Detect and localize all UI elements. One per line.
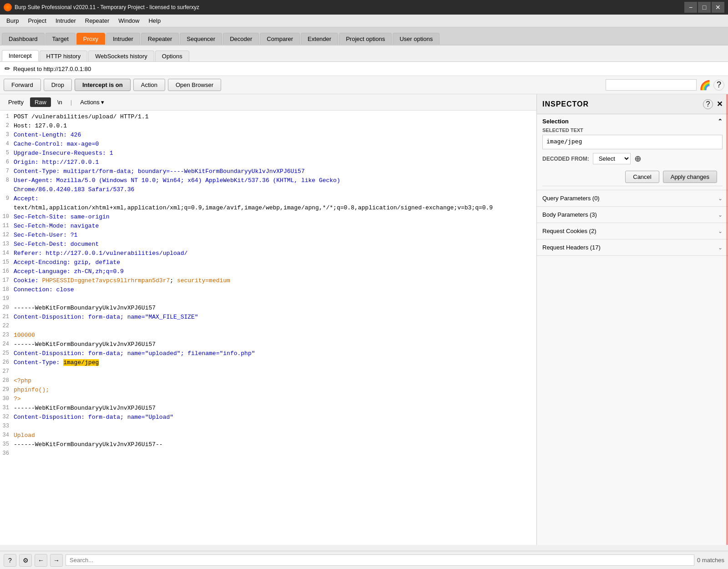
menu-project[interactable]: Project [23, 16, 51, 25]
minimize-button[interactable]: − [684, 2, 697, 13]
intercept-toggle-button[interactable]: Intercept is on [75, 79, 131, 91]
editor-tab-pretty[interactable]: Pretty [4, 97, 28, 107]
request-cookies-section: Request Cookies (2) ⌄ [537, 223, 728, 239]
code-line-8b: Chrome/86.0.4240.183 Safari/537.36 [0, 185, 536, 194]
main-tabs: Dashboard Target Proxy Intruder Repeater… [0, 27, 728, 46]
request-headers-section: Request Headers (17) ⌄ [537, 239, 728, 256]
subtab-intercept[interactable]: Intercept [2, 50, 39, 61]
inspector-panel: INSPECTOR ? ✕ Selection ⌃ SELECTED TEXT … [537, 94, 728, 545]
apply-changes-button[interactable]: Apply changes [663, 171, 717, 183]
inspector-actions: Cancel Apply changes [542, 168, 723, 186]
code-line-5: 5Upgrade-Insecure-Requests: 1 [0, 149, 536, 158]
code-area[interactable]: 1POST /vulnerabilities/upload/ HTTP/1.1 … [0, 111, 536, 545]
body-params-label: Body Parameters (3) [542, 211, 597, 218]
menu-burp[interactable]: Burp [2, 16, 23, 25]
menu-intruder[interactable]: Intruder [51, 16, 81, 25]
tab-proxy[interactable]: Proxy [76, 33, 105, 45]
titlebar: Burp Suite Professional v2020.11 - Tempo… [0, 0, 728, 15]
menu-window[interactable]: Window [114, 16, 144, 25]
request-headers-header[interactable]: Request Headers (17) ⌄ [537, 239, 728, 255]
sub-tabs: Intercept HTTP history WebSockets histor… [0, 46, 728, 62]
action-button[interactable]: Action [133, 79, 165, 91]
code-line-36: 36 [0, 449, 536, 458]
code-line-7: 7Content-Type: multipart/form-data; boun… [0, 167, 536, 176]
request-headers-label: Request Headers (17) [542, 244, 601, 251]
tab-intruder[interactable]: Intruder [106, 33, 140, 45]
tab-repeater[interactable]: Repeater [141, 33, 179, 45]
burp-logo [4, 3, 12, 11]
request-url: Request to http://127.0.0.1:80 [13, 66, 91, 72]
decoded-select[interactable]: Select Base64 URL HTML [593, 153, 631, 164]
tab-sequencer[interactable]: Sequencer [180, 33, 222, 45]
code-line-16: 16Accept-Language: zh-CN,zh;q=0.9 [0, 267, 536, 276]
open-browser-button[interactable]: Open Browser [168, 79, 221, 91]
subtab-websockets[interactable]: WebSockets history [88, 51, 154, 61]
window-title: Burp Suite Professional v2020.11 - Tempo… [15, 4, 199, 10]
tab-project-options[interactable]: Project options [339, 33, 392, 45]
help-status-icon[interactable]: ? [4, 554, 16, 567]
close-button[interactable]: ✕ [712, 2, 724, 13]
subtab-options[interactable]: Options [155, 51, 189, 61]
code-line-33: 33 [0, 422, 536, 431]
tab-decoder[interactable]: Decoder [223, 33, 259, 45]
color-icon: 🌈 [699, 80, 711, 91]
code-line-18: 18Connection: close [0, 285, 536, 295]
body-params-chevron: ⌄ [718, 212, 723, 218]
decoded-label: DECODED FROM: [542, 156, 589, 162]
code-line-34: 34Upload [0, 431, 536, 440]
query-params-chevron: ⌄ [718, 195, 723, 202]
code-line-21: 21Content-Disposition: form-data; name="… [0, 313, 536, 322]
right-accent [726, 94, 728, 545]
search-input[interactable] [606, 79, 697, 91]
menu-help[interactable]: Help [144, 16, 165, 25]
request-headers-chevron: ⌄ [718, 244, 723, 251]
tab-target[interactable]: Target [46, 33, 76, 45]
maximize-button[interactable]: □ [698, 2, 711, 13]
back-button[interactable]: ← [35, 554, 47, 567]
request-cookies-header[interactable]: Request Cookies (2) ⌄ [537, 223, 728, 239]
request-cookies-label: Request Cookies (2) [542, 228, 597, 234]
tab-dashboard[interactable]: Dashboard [2, 33, 45, 45]
add-decode-icon[interactable]: ⊕ [634, 154, 641, 164]
tab-extender[interactable]: Extender [301, 33, 338, 45]
code-line-35: 35------WebKitFormBoundaryyUklvJnvXPJ6Ui… [0, 440, 536, 449]
cancel-button[interactable]: Cancel [625, 171, 659, 183]
editor-tab-raw[interactable]: Raw [30, 97, 51, 107]
help-icon[interactable]: ? [713, 80, 724, 91]
editor-tab-actions[interactable]: Actions ▾ [76, 97, 109, 107]
code-line-31: 31------WebKitFormBoundaryyUklvJnvXPJ6Ui… [0, 404, 536, 413]
drop-button[interactable]: Drop [44, 79, 72, 91]
code-line-6: 6Origin: http://127.0.0.1 [0, 158, 536, 167]
code-line-17: 17Cookie: PHPSESSID=ggnet7avpcs9llrhrmpa… [0, 276, 536, 285]
request-bar: ✏ Request to http://127.0.0.1:80 [0, 62, 728, 76]
code-line-15: 15Accept-Encoding: gzip, deflate [0, 258, 536, 267]
selected-text-label: SELECTED TEXT [542, 127, 723, 133]
editor-panel: Pretty Raw \n | Actions ▾ 1POST /vulnera… [0, 94, 537, 545]
code-line-19: 19 [0, 295, 536, 304]
menu-repeater[interactable]: Repeater [81, 16, 114, 25]
code-line-8: 8User-Agent: Mozilla/5.0 (Windows NT 10.… [0, 176, 536, 185]
query-params-label: Query Parameters (0) [542, 195, 600, 202]
code-line-30: 30?> [0, 395, 536, 404]
subtab-http-history[interactable]: HTTP history [40, 51, 88, 61]
code-line-29: 29phpinfo(); [0, 386, 536, 395]
code-line-14: 14Referer: http://127.0.0.1/vulnerabilit… [0, 249, 536, 258]
statusbar: ? ⚙ ← → 0 matches [0, 551, 728, 569]
query-params-header[interactable]: Query Parameters (0) ⌄ [537, 190, 728, 206]
forward-button[interactable]: Forward [4, 79, 41, 91]
forward-button[interactable]: → [50, 554, 63, 567]
code-line-9b: text/html,application/xhtml+xml,applicat… [0, 203, 536, 213]
statusbar-search[interactable] [66, 554, 694, 566]
tab-comparer[interactable]: Comparer [260, 33, 300, 45]
code-line-9: 9Accept: [0, 194, 536, 203]
editor-tab-newline[interactable]: \n [53, 97, 67, 107]
content-area: Pretty Raw \n | Actions ▾ 1POST /vulnera… [0, 94, 728, 545]
body-params-header[interactable]: Body Parameters (3) ⌄ [537, 207, 728, 223]
inspector-close-icon[interactable]: ✕ [717, 100, 723, 108]
tab-user-options[interactable]: User options [393, 33, 440, 45]
settings-status-icon[interactable]: ⚙ [19, 554, 32, 567]
code-line-27: 27 [0, 367, 536, 376]
inspector-header-actions: ? ✕ [703, 99, 723, 109]
code-line-2: 2Host: 127.0.0.1 [0, 122, 536, 131]
inspector-help-icon[interactable]: ? [703, 99, 713, 109]
